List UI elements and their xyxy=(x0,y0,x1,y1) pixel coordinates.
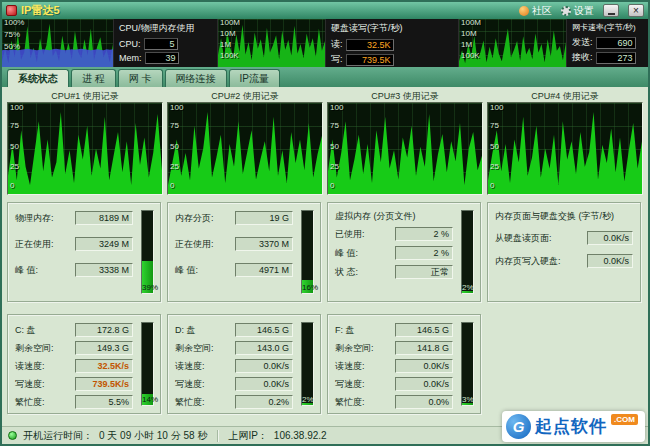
usage-percent-label: 16% xyxy=(302,283,313,292)
page-read-rate: 0.0K/s xyxy=(587,231,633,245)
disk-io-title: 硬盘读写(字节/秒) xyxy=(331,22,454,35)
disk-free: 149.3 G xyxy=(75,341,133,355)
scale-label: 100 xyxy=(330,104,343,112)
usage-percent-label: 14% xyxy=(142,395,153,404)
scale-label: 50 xyxy=(490,143,499,151)
disk-write-speed: 0.0K/s xyxy=(235,377,293,391)
disk-free: 143.0 G xyxy=(235,341,293,355)
row-label: 读速度: xyxy=(175,360,205,373)
app-window: IP雷达5 社区 设置 × 100% 75% 50% xyxy=(0,0,650,446)
row-label: 繁忙度: xyxy=(175,396,205,409)
disk-write-speed: 0.0K/s xyxy=(395,377,453,391)
virtual-usage-bar: 2% xyxy=(461,210,474,294)
tab-processes[interactable]: 进 程 xyxy=(71,69,116,87)
scale-label: 50 xyxy=(330,143,339,151)
disk-size: 146.5 G xyxy=(395,323,453,337)
disk-c-panel: C: 盘172.8 G 剩余空间:149.3 G 读速度:32.5K/s 写速度… xyxy=(7,314,161,414)
cpu4-graph-title: CPU#4 使用记录 xyxy=(487,90,643,102)
disk-write-value: 739.5K xyxy=(346,54,394,66)
qidian-watermark[interactable]: G 起点软件 .COM xyxy=(502,411,645,442)
page-exchange-title: 内存页面与硬盘交换 (字节/秒) xyxy=(495,211,633,222)
scale-label: 0 xyxy=(330,182,334,190)
community-icon xyxy=(519,6,529,16)
page-exchange-panel: 内存页面与硬盘交换 (字节/秒) 从硬盘读页面:0.0K/s 内存页写入硬盘:0… xyxy=(487,202,641,302)
cpu2-series-layer xyxy=(168,103,322,194)
scale-label: 75 xyxy=(170,122,179,130)
paging-usage-bar: 16% xyxy=(301,210,314,294)
disk-read-speed: 0.0K/s xyxy=(235,359,293,373)
scale-label: 100% xyxy=(4,19,24,27)
net-recv-value: 273 xyxy=(596,52,636,64)
cpu4-history-graph: 100 75 50 25 0 xyxy=(487,102,643,195)
virtual-memory-title: 虚拟内存 (分页文件) xyxy=(335,211,453,222)
cpu-graphs-row: CPU#1 使用记录 100 75 50 25 0 CPU#2 使用记录 100… xyxy=(4,90,646,195)
tab-network-connections[interactable]: 网络连接 xyxy=(165,69,227,87)
net-recv-label: 接收: xyxy=(572,51,593,64)
cpu1-series-layer xyxy=(8,103,162,194)
disk-free: 141.8 G xyxy=(395,341,453,355)
usage-percent-label: 2% xyxy=(462,283,473,292)
disk-io-info: 硬盘读写(字节/秒) 读: 32.5K 写: 739.5K xyxy=(326,19,459,67)
row-label: 剩余空间: xyxy=(335,342,374,355)
scale-label: 100K xyxy=(461,52,480,60)
settings-button[interactable]: 设置 xyxy=(561,4,594,18)
disk-f-panel: F: 盘146.5 G 剩余空间:141.8 G 读速度:0.0K/s 写速度:… xyxy=(327,314,481,414)
scale-label: 25 xyxy=(330,163,339,171)
cpu-memory-title: CPU/物理内存使用 xyxy=(119,22,213,35)
system-status-page: CPU#1 使用记录 100 75 50 25 0 CPU#2 使用记录 100… xyxy=(2,87,648,426)
scale-label: 100 xyxy=(490,104,503,112)
tab-ip-traffic[interactable]: IP流量 xyxy=(229,69,280,87)
memory-panels-row: 物理内存:8189 M 正在使用:3249 M 峰 值:3338 M 39% 内… xyxy=(4,202,646,302)
paging-used: 3370 M xyxy=(235,237,293,251)
scale-label: 50% xyxy=(4,43,20,51)
qidian-com-badge: .COM xyxy=(611,414,638,425)
scale-label: 0 xyxy=(10,182,14,190)
row-label: 峰 值: xyxy=(335,247,358,260)
disk-read-label: 读: xyxy=(331,38,343,51)
disk-d-panel: D: 盘146.5 G 剩余空间:143.0 G 读速度:0.0K/s 写速度:… xyxy=(167,314,321,414)
disk-size: 146.5 G xyxy=(235,323,293,337)
tab-network-card[interactable]: 网 卡 xyxy=(118,69,163,87)
net-send-label: 发送: xyxy=(572,36,593,49)
ip-value: 106.38.92.2 xyxy=(274,430,327,441)
physical-memory-usage-bar: 39% xyxy=(141,210,154,294)
disk-io-graph: 100M 10M 1M 100K xyxy=(218,19,326,67)
row-label: 正在使用: xyxy=(15,238,54,251)
cpu-memory-info: CPU/物理内存使用 CPU: 5 Mem: 39 xyxy=(114,19,218,67)
scale-label: 100 xyxy=(170,104,183,112)
scale-label: 50 xyxy=(10,143,19,151)
titlebar[interactable]: IP雷达5 社区 设置 × xyxy=(2,2,648,19)
row-label: 内存分页: xyxy=(175,212,214,225)
disk-read-speed: 0.0K/s xyxy=(395,359,453,373)
disk-write-label: 写: xyxy=(331,53,343,66)
tab-system-status[interactable]: 系统状态 xyxy=(7,69,69,87)
cpu2-history-graph: 100 75 50 25 0 xyxy=(167,102,323,195)
app-icon xyxy=(6,5,17,16)
close-button[interactable]: × xyxy=(628,4,644,17)
scale-label: 100M xyxy=(461,19,481,27)
community-button[interactable]: 社区 xyxy=(519,4,552,18)
cpu4-series-layer xyxy=(488,103,642,194)
virtual-peak: 2 % xyxy=(395,246,453,260)
cpu-memory-usage-graph: 100% 75% 50% xyxy=(2,19,114,67)
minimize-button[interactable] xyxy=(603,4,619,17)
row-label: 峰 值: xyxy=(175,264,198,277)
titlebar-controls: 社区 设置 × xyxy=(519,4,644,18)
ip-label: 上网IP： xyxy=(228,429,267,443)
paging-peak: 4971 M xyxy=(235,263,293,277)
disk-panels-row: C: 盘172.8 G 剩余空间:149.3 G 读速度:32.5K/s 写速度… xyxy=(4,314,646,414)
row-label: 剩余空间: xyxy=(175,342,214,355)
disk-read-value: 32.5K xyxy=(346,39,394,51)
scale-label: 1M xyxy=(461,41,472,49)
uptime-label: 开机运行时间： xyxy=(23,429,93,443)
disk-busy: 0.0% xyxy=(395,395,453,409)
physical-memory-total: 8189 M xyxy=(75,211,133,225)
status-icon xyxy=(8,431,17,440)
cpu1-graph-title: CPU#1 使用记录 xyxy=(7,90,163,102)
disk-read-speed: 32.5K/s xyxy=(75,359,133,373)
cpu-label: CPU: xyxy=(119,39,141,49)
disk-size: 172.8 G xyxy=(75,323,133,337)
scale-label: 0 xyxy=(490,182,494,190)
usage-percent-label: 39% xyxy=(142,283,153,292)
scale-label: 25 xyxy=(170,163,179,171)
